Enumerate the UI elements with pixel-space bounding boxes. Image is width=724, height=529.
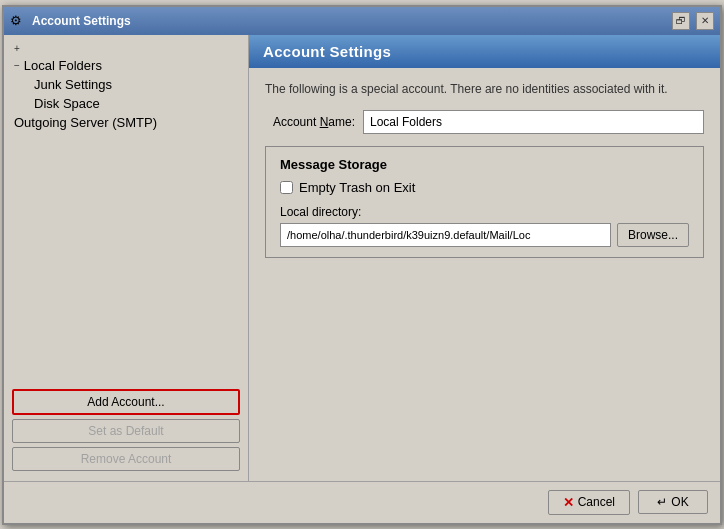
cancel-icon: ✕	[563, 495, 574, 510]
local-directory-section: Local directory: Browse...	[280, 205, 689, 247]
sidebar: + − Local Folders Junk Settings Disk Spa…	[4, 35, 249, 481]
empty-trash-row: Empty Trash on Exit	[280, 180, 689, 195]
sidebar-buttons: Add Account... Set as Default Remove Acc…	[4, 383, 248, 477]
add-account-button[interactable]: Add Account...	[12, 389, 240, 415]
restore-button[interactable]: 🗗	[672, 12, 690, 30]
account-name-label: Account Name:	[265, 115, 355, 129]
window-icon: ⚙	[10, 13, 26, 29]
close-button[interactable]: ✕	[696, 12, 714, 30]
panel-content: The following is a special account. Ther…	[249, 68, 720, 481]
tree-area: + − Local Folders Junk Settings Disk Spa…	[4, 39, 248, 383]
titlebar: ⚙ Account Settings 🗗 ✕	[4, 7, 720, 35]
expand-icon[interactable]: +	[14, 43, 20, 54]
sidebar-item-outgoing-server[interactable]: Outgoing Server (SMTP)	[6, 113, 246, 132]
window-title: Account Settings	[32, 14, 666, 28]
sidebar-item-expand-root[interactable]: +	[6, 41, 246, 56]
ok-label: OK	[671, 495, 688, 509]
account-name-row: Account Name:	[265, 110, 704, 134]
local-directory-input[interactable]	[280, 223, 611, 247]
ok-button[interactable]: ↵ OK	[638, 490, 708, 514]
browse-button[interactable]: Browse...	[617, 223, 689, 247]
disk-space-label: Disk Space	[34, 96, 100, 111]
empty-trash-label: Empty Trash on Exit	[299, 180, 415, 195]
content-area: + − Local Folders Junk Settings Disk Spa…	[4, 35, 720, 481]
panel-header: Account Settings	[249, 35, 720, 68]
account-settings-window: ⚙ Account Settings 🗗 ✕ + − Local Folders…	[2, 5, 722, 525]
footer: ✕ Cancel ↵ OK	[4, 481, 720, 523]
cancel-label: Cancel	[578, 495, 615, 509]
sidebar-item-local-folders[interactable]: − Local Folders	[6, 56, 246, 75]
local-folders-label: Local Folders	[24, 58, 102, 73]
empty-trash-checkbox[interactable]	[280, 181, 293, 194]
main-panel: Account Settings The following is a spec…	[249, 35, 720, 481]
local-directory-input-wrap: Browse...	[280, 223, 689, 247]
message-storage-title: Message Storage	[280, 157, 689, 172]
outgoing-server-label: Outgoing Server (SMTP)	[14, 115, 157, 130]
account-name-input[interactable]	[363, 110, 704, 134]
description-text: The following is a special account. Ther…	[265, 80, 704, 98]
sidebar-item-junk-settings[interactable]: Junk Settings	[6, 75, 246, 94]
sidebar-item-disk-space[interactable]: Disk Space	[6, 94, 246, 113]
set-as-default-button[interactable]: Set as Default	[12, 419, 240, 443]
local-directory-label: Local directory:	[280, 205, 689, 219]
cancel-button[interactable]: ✕ Cancel	[548, 490, 630, 515]
ok-icon: ↵	[657, 495, 667, 509]
remove-account-button[interactable]: Remove Account	[12, 447, 240, 471]
junk-settings-label: Junk Settings	[34, 77, 112, 92]
message-storage-section: Message Storage Empty Trash on Exit Loca…	[265, 146, 704, 258]
collapse-icon[interactable]: −	[14, 60, 20, 71]
